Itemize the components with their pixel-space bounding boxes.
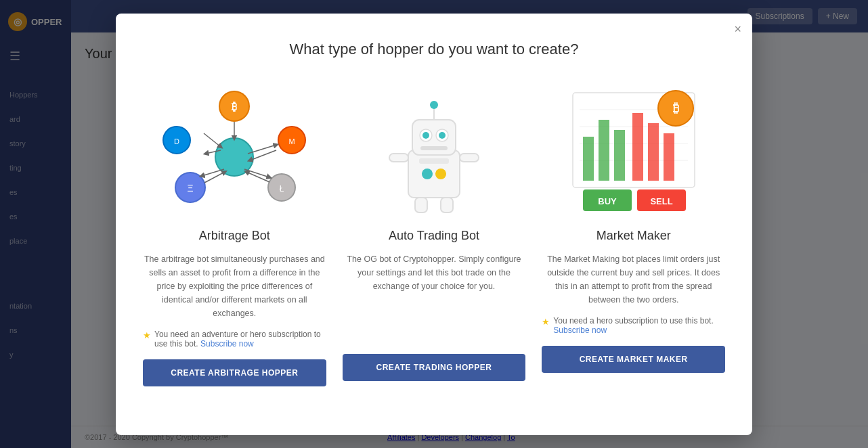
- modal-title: What type of hopper do you want to creat…: [143, 41, 725, 58]
- svg-point-30: [422, 169, 433, 179]
- svg-point-23: [422, 132, 429, 139]
- svg-rect-33: [460, 154, 479, 162]
- trading-card: Auto Trading Bot The OG bot of Cryptohop…: [343, 83, 526, 386]
- svg-rect-46: [664, 133, 674, 181]
- svg-text:Ξ: Ξ: [188, 183, 194, 194]
- svg-text:D: D: [174, 137, 179, 145]
- svg-text:₿: ₿: [232, 101, 237, 112]
- svg-rect-45: [648, 123, 659, 181]
- create-market-maker-button[interactable]: CREATE MARKET MAKER: [542, 346, 725, 373]
- svg-rect-44: [632, 113, 643, 181]
- svg-point-31: [435, 169, 446, 179]
- modal-overlay[interactable]: × What type of hopper do you want to cre…: [0, 0, 868, 448]
- arbitrage-description: The arbitrage bot simultaneously purchas…: [143, 252, 326, 320]
- star-icon-2: ★: [542, 317, 550, 327]
- market-maker-illustration: ₿ BUY SELL: [559, 83, 708, 218]
- svg-rect-20: [408, 150, 460, 198]
- svg-rect-35: [441, 198, 453, 212]
- star-icon: ★: [143, 330, 151, 340]
- modal-close-button[interactable]: ×: [734, 23, 741, 35]
- arbitrage-title: Arbitrage Bot: [199, 229, 270, 243]
- svg-text:M: M: [289, 137, 295, 145]
- svg-text:Ł: Ł: [280, 184, 284, 194]
- svg-text:BUY: BUY: [598, 196, 617, 206]
- svg-text:SELL: SELL: [650, 196, 672, 206]
- svg-text:₿: ₿: [672, 102, 678, 115]
- svg-rect-42: [599, 120, 609, 181]
- market-maker-card: ₿ BUY SELL Market Maker The Market Makin…: [542, 83, 725, 386]
- svg-line-13: [204, 133, 221, 147]
- arbitrage-note-text: You need an adventure or hero subscripti…: [154, 330, 326, 349]
- svg-rect-43: [614, 130, 625, 181]
- market-maker-title: Market Maker: [596, 229, 671, 243]
- svg-point-25: [439, 132, 446, 139]
- svg-point-28: [430, 101, 438, 109]
- market-maker-note: ★ You need a hero subscription to use th…: [542, 316, 725, 335]
- arbitrage-illustration: ₿ Ξ D M Ł: [160, 83, 309, 218]
- svg-rect-26: [420, 146, 448, 150]
- trading-title: Auto Trading Bot: [389, 229, 479, 243]
- svg-rect-41: [583, 137, 594, 181]
- market-maker-description: The Market Making bot places limit order…: [542, 252, 725, 307]
- hopper-type-cards: ₿ Ξ D M Ł: [143, 83, 725, 386]
- arbitrage-card: ₿ Ξ D M Ł: [143, 83, 326, 386]
- svg-rect-29: [419, 158, 449, 164]
- create-arbitrage-button[interactable]: CREATE ARBITRAGE HOPPER: [143, 359, 326, 386]
- market-maker-subscribe-link[interactable]: Subscribe now: [553, 326, 607, 335]
- modal: × What type of hopper do you want to cre…: [116, 14, 752, 435]
- trading-illustration: [360, 83, 508, 218]
- svg-line-16: [202, 169, 224, 176]
- svg-rect-34: [415, 198, 427, 212]
- trading-description: The OG bot of Cryptohopper. Simply confi…: [343, 252, 526, 307]
- svg-line-17: [204, 172, 225, 183]
- create-trading-button[interactable]: CREATE TRADING HOPPER: [343, 354, 526, 381]
- svg-rect-32: [389, 154, 408, 162]
- arbitrage-subscribe-link[interactable]: Subscribe now: [200, 339, 254, 349]
- arbitrage-note: ★ You need an adventure or hero subscrip…: [143, 330, 326, 349]
- market-maker-note-text: You need a hero subscription to use this…: [553, 316, 725, 335]
